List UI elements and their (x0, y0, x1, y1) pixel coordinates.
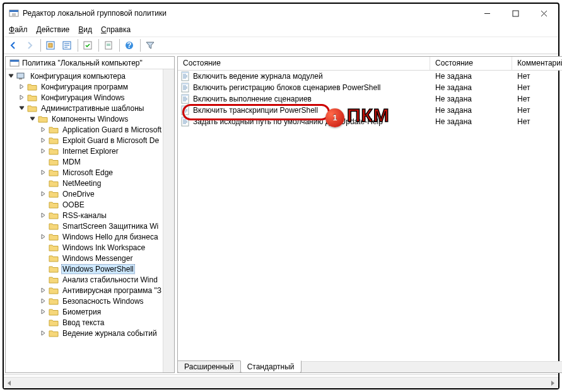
tree-item[interactable]: Конфигурация компьютера (6, 71, 163, 81)
twisty-spacer (38, 199, 49, 210)
list-header: Состояние Состояние Комментарий (178, 57, 562, 71)
svg-rect-12 (17, 73, 24, 78)
tree-item[interactable]: Компоненты Windows (6, 113, 163, 124)
menu-action[interactable]: Действие (37, 25, 70, 34)
svg-rect-21 (182, 106, 189, 107)
close-button[interactable] (530, 4, 558, 22)
tree-item[interactable]: Internet Explorer (6, 146, 163, 156)
twisty-icon[interactable] (38, 210, 49, 221)
tree-item[interactable]: Анализ стабильности Wind (6, 274, 163, 285)
separator (119, 39, 120, 52)
policy-name: Включить ведение журнала модулей (193, 72, 323, 81)
twisty-spacer (38, 253, 49, 263)
vscrollbar[interactable] (163, 69, 174, 372)
twisty-icon[interactable] (38, 296, 49, 306)
tree-panel: Политика "Локальный компьютер" Конфигура… (5, 56, 175, 373)
tree-item[interactable]: Windows Hello для бизнеса (6, 231, 163, 242)
policy-name: Задать исходный путь по умолчанию для Up… (193, 117, 383, 126)
col-state-2[interactable]: Состояние (430, 57, 512, 70)
twisty-icon[interactable] (38, 135, 49, 146)
minimize-button[interactable] (473, 4, 501, 22)
body: Политика "Локальный компьютер" Конфигура… (4, 54, 558, 374)
tree-hscroll[interactable] (4, 377, 558, 388)
refresh-button[interactable] (80, 38, 95, 53)
policy-row[interactable]: Включить ведение журнала модулейНе задан… (178, 71, 562, 82)
tree-item[interactable]: Ведение журнала событий (6, 328, 163, 338)
tree-item[interactable]: Microsoft Edge (6, 167, 163, 178)
menu-file[interactable]: Файл (9, 25, 28, 34)
tree-item[interactable]: Безопасность Windows (6, 296, 163, 306)
twisty-icon[interactable] (38, 231, 49, 242)
separator (98, 39, 99, 52)
twisty-icon[interactable] (16, 81, 27, 92)
twisty-spacer (38, 221, 49, 231)
col-comment[interactable]: Комментарий (512, 57, 562, 70)
tree-item[interactable]: NetMeeting (6, 178, 163, 188)
tree-header[interactable]: Политика "Локальный компьютер" (6, 57, 174, 69)
policy-name: Включить транскрипции PowerShell (193, 106, 318, 115)
svg-rect-4 (49, 43, 52, 47)
separator (140, 39, 141, 52)
twisty-icon[interactable] (38, 146, 49, 156)
scroll-right-icon[interactable] (559, 362, 562, 372)
col-state-1[interactable]: Состояние (178, 57, 430, 70)
back-button[interactable] (6, 38, 21, 53)
policy-comment: Нет (512, 95, 562, 103)
gpedit-window: Редактор локальной групповой политики Фа… (3, 3, 559, 389)
twisty-icon[interactable] (38, 188, 49, 199)
forward-button[interactable] (22, 38, 37, 53)
svg-rect-14 (182, 72, 189, 81)
twisty-icon[interactable] (38, 124, 49, 135)
tree-item[interactable]: Ввод текста (6, 317, 163, 328)
tree-item[interactable]: Windows Messenger (6, 253, 163, 263)
help-button[interactable]: ? (122, 38, 137, 53)
properties-button[interactable] (59, 38, 74, 53)
tree-item[interactable]: OneDrive (6, 188, 163, 199)
tree-item[interactable]: SmartScreen Защитника Wi (6, 221, 163, 231)
tree-item[interactable]: Антивирусная программа "З (6, 285, 163, 296)
separator (40, 39, 41, 52)
twisty-icon[interactable] (16, 92, 27, 103)
tree-item[interactable]: Конфигурация Windows (6, 92, 163, 103)
window-title: Редактор локальной групповой политики (23, 9, 473, 18)
twisty-icon[interactable] (16, 103, 27, 113)
twisty-icon[interactable] (27, 113, 38, 124)
tree-item[interactable]: Windows PowerShell (6, 263, 163, 274)
twisty-icon[interactable] (38, 167, 49, 178)
tree-item[interactable]: Конфигурация программ (6, 81, 163, 92)
policy-row[interactable]: Задать исходный путь по умолчанию для Up… (178, 116, 562, 127)
tree[interactable]: Конфигурация компьютераКонфигурация прог… (6, 69, 163, 372)
policy-row[interactable]: Включить регистрацию блоков сценариев Po… (178, 82, 562, 93)
svg-rect-17 (182, 83, 189, 84)
twisty-icon[interactable] (38, 306, 49, 317)
tab-standard[interactable]: Стандартный (240, 360, 301, 373)
list-panel: Состояние Состояние Комментарий Включить… (177, 56, 562, 373)
tree-item[interactable]: RSS-каналы (6, 210, 163, 221)
scroll-right-icon[interactable] (547, 378, 558, 388)
scroll-left-icon[interactable] (4, 378, 15, 388)
twisty-icon[interactable] (6, 71, 16, 81)
tree-item[interactable]: OOBE (6, 199, 163, 210)
up-button[interactable] (43, 38, 58, 53)
tree-item[interactable]: Административные шаблоны (6, 103, 163, 113)
tree-item[interactable]: Windows Ink Workspace (6, 242, 163, 253)
export-button[interactable] (101, 38, 116, 53)
twisty-icon[interactable] (38, 328, 49, 338)
tab-extended[interactable]: Расширенный (177, 360, 241, 373)
tree-item[interactable]: Application Guard в Microsoft (6, 124, 163, 135)
svg-rect-23 (182, 117, 189, 118)
policy-row[interactable]: Включить выполнение сценариевНе заданаНе… (178, 93, 562, 105)
menu-view[interactable]: Вид (78, 25, 92, 34)
tree-item[interactable]: Биометрия (6, 306, 163, 317)
svg-rect-22 (182, 117, 189, 126)
menu-help[interactable]: Справка (101, 25, 131, 34)
titlebar: Редактор локальной групповой политики (4, 4, 558, 23)
filter-button[interactable] (143, 38, 158, 53)
policy-row[interactable]: Включить транскрипции PowerShellНе задан… (178, 105, 562, 116)
twisty-icon[interactable] (38, 285, 49, 296)
tree-item[interactable]: MDM (6, 156, 163, 167)
tree-item[interactable]: Exploit Guard в Microsoft De (6, 135, 163, 146)
list[interactable]: Включить ведение журнала модулейНе задан… (178, 71, 562, 372)
policy-comment: Нет (512, 72, 562, 81)
maximize-button[interactable] (501, 4, 530, 22)
